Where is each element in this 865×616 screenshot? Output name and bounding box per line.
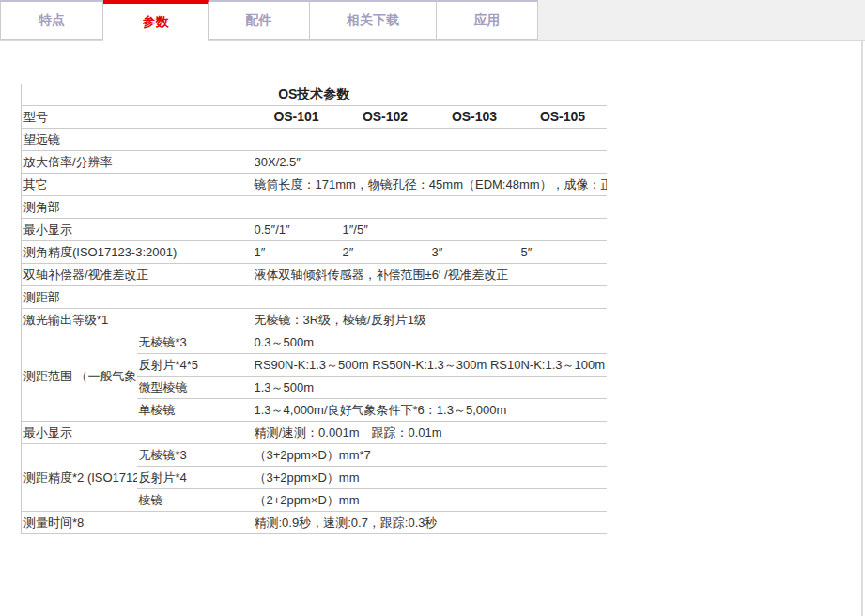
angle-accuracy-label: 测角精度(ISO17123-3:2001) (22, 241, 253, 264)
tab-accessories[interactable]: 配件 (209, 0, 310, 40)
model-label: 型号 (22, 106, 253, 129)
section-edm: 测距部 (22, 286, 607, 309)
table-title-row: OS技术参数 (22, 84, 607, 106)
measure-time-row: 测量时间*8 精测:0.9秒，速测:0.7，跟踪:0.3秒 (22, 512, 607, 534)
model-os103: OS-103 (430, 106, 519, 129)
laser-class-value: 无棱镜：3R级，棱镜/反射片1级 (253, 309, 607, 331)
magnification-label: 放大倍率/分辨率 (22, 151, 253, 174)
min-display-angle-v3 (430, 219, 519, 241)
tab-features[interactable]: 特点 (0, 0, 103, 40)
tab-parameters[interactable]: 参数 (103, 0, 209, 41)
tab-bar: 特点 参数 配件 相关下载 应用 (0, 0, 865, 41)
laser-class-row: 激光输出等级*1 无棱镜：3R级，棱镜/反射片1级 (22, 309, 607, 331)
range-row-reflectorless: 测距范围 （一般气象条件下*2） 无棱镜*3 0.3～500m (22, 331, 607, 354)
model-row: 型号 OS-101 OS-102 OS-103 OS-105 (22, 106, 607, 129)
section-telescope-row: 望远镜 (22, 129, 607, 151)
other-label: 其它 (22, 174, 253, 196)
magnification-row: 放大倍率/分辨率 30X/2.5″ (22, 151, 607, 174)
min-display-dist-row: 最小显示 精测/速测：0.001m 跟踪：0.01m (22, 422, 607, 444)
parameters-panel: OS技术参数 型号 OS-101 OS-102 OS-103 OS-105 望远… (0, 41, 863, 616)
laser-class-label: 激光输出等级*1 (22, 309, 253, 331)
measure-time-label: 测量时间*8 (22, 512, 253, 534)
range-value-miniprism: 1.3～500m (253, 377, 607, 399)
min-display-angle-v2: 1″/5″ (341, 219, 430, 241)
section-edm-row: 测距部 (22, 286, 607, 309)
table-title: OS技术参数 (22, 84, 607, 106)
other-row: 其它 镜筒长度：171mm，物镜孔径：45mm（EDM:48mm），成像：正像 … (22, 174, 607, 196)
tabbar-filler (538, 0, 865, 40)
accuracy-label: 测距精度*2 (ISO17123-4:2001) (22, 444, 137, 512)
compensator-value: 液体双轴倾斜传感器，补偿范围±6′ /视准差改正 (253, 264, 607, 286)
range-value-reflectorless: 0.3～500m (253, 331, 607, 354)
angle-accuracy-v3: 3″ (430, 241, 519, 264)
other-value: 镜筒长度：171mm，物镜孔径：45mm（EDM:48mm），成像：正像 视场角… (253, 174, 607, 196)
compensator-label: 双轴补偿器/视准差改正 (22, 264, 253, 286)
accuracy-value-reflectorless: （3+2ppm×D）mm*7 (253, 444, 607, 467)
range-sub-prism: 单棱镜 (137, 399, 253, 422)
range-sub-sheet: 反射片*4*5 (137, 354, 253, 377)
min-display-dist-value: 精测/速测：0.001m 跟踪：0.01m (253, 422, 607, 444)
accuracy-sub-reflectorless: 无棱镜*3 (137, 444, 253, 467)
min-display-angle-v4 (519, 219, 607, 241)
section-telescope: 望远镜 (22, 129, 607, 151)
range-value-prism: 1.3～4,000m/良好气象条件下*6：1.3～5,000m (253, 399, 607, 422)
range-sub-reflectorless: 无棱镜*3 (137, 331, 253, 354)
angle-accuracy-v2: 2″ (341, 241, 430, 264)
accuracy-row-reflectorless: 测距精度*2 (ISO17123-4:2001) 无棱镜*3 （3+2ppm×D… (22, 444, 607, 467)
model-os105: OS-105 (519, 106, 607, 129)
range-sub-miniprism: 微型棱镜 (137, 377, 253, 399)
tab-downloads[interactable]: 相关下载 (310, 0, 437, 40)
range-value-sheet: RS90N-K:1.3～500m RS50N-K:1.3～300m RS10N-… (253, 354, 607, 377)
tab-applications[interactable]: 应用 (437, 0, 538, 40)
accuracy-sub-sheet: 反射片*4 (137, 467, 253, 489)
model-os102: OS-102 (341, 106, 430, 129)
model-os101: OS-101 (253, 106, 341, 129)
measure-time-value: 精测:0.9秒，速测:0.7，跟踪:0.3秒 (253, 512, 607, 534)
min-display-angle-v1: 0.5″/1″ (253, 219, 341, 241)
min-display-dist-label: 最小显示 (22, 422, 253, 444)
angle-accuracy-row: 测角精度(ISO17123-3:2001) 1″ 2″ 3″ 5″ (22, 241, 607, 264)
magnification-value: 30X/2.5″ (253, 151, 607, 174)
min-display-angle-label: 最小显示 (22, 219, 253, 241)
compensator-row: 双轴补偿器/视准差改正 液体双轴倾斜传感器，补偿范围±6′ /视准差改正 (22, 264, 607, 286)
accuracy-sub-prism: 棱镜 (137, 489, 253, 512)
accuracy-value-sheet: （3+2ppm×D）mm (253, 467, 607, 489)
section-angle: 测角部 (22, 196, 607, 219)
angle-accuracy-v4: 5″ (519, 241, 607, 264)
angle-accuracy-v1: 1″ (253, 241, 341, 264)
min-display-angle-row: 最小显示 0.5″/1″ 1″/5″ (22, 219, 607, 241)
section-angle-row: 测角部 (22, 196, 607, 219)
range-label: 测距范围 （一般气象条件下*2） (22, 331, 137, 422)
spec-table: OS技术参数 型号 OS-101 OS-102 OS-103 OS-105 望远… (21, 84, 607, 534)
accuracy-value-prism: （2+2ppm×D）mm (253, 489, 607, 512)
